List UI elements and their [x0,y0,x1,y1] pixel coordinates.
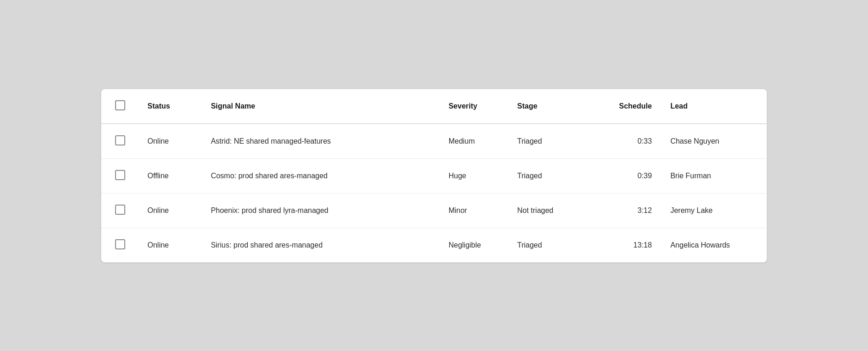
row-signal-name: Sirius: prod shared ares-managed [202,228,439,262]
header-checkbox-cell[interactable] [101,89,138,124]
row-status: Online [138,193,202,228]
row-status: Online [138,124,202,159]
row-status: Offline [138,158,202,193]
row-schedule: 13:18 [587,228,661,262]
row-signal-name: Phoenix: prod shared lyra-managed [202,193,439,228]
row-checkbox-3[interactable] [115,205,125,215]
row-severity: Huge [439,158,508,193]
row-checkbox-4[interactable] [115,239,125,249]
table-row: Online Phoenix: prod shared lyra-managed… [101,193,767,228]
header-severity: Severity [439,89,508,124]
table-row: Online Sirius: prod shared ares-managed … [101,228,767,262]
row-severity: Medium [439,124,508,159]
row-checkbox-cell[interactable] [101,158,138,193]
signals-table: Status Signal Name Severity Stage Schedu… [101,89,767,262]
row-checkbox-cell[interactable] [101,228,138,262]
row-status: Online [138,228,202,262]
row-lead: Angelica Howards [661,228,767,262]
row-stage: Triaged [508,228,587,262]
row-schedule: 0:33 [587,124,661,159]
row-lead: Brie Furman [661,158,767,193]
row-severity: Minor [439,193,508,228]
row-lead: Chase Nguyen [661,124,767,159]
row-checkbox-cell[interactable] [101,124,138,159]
row-schedule: 3:12 [587,193,661,228]
row-signal-name: Cosmo: prod shared ares-managed [202,158,439,193]
row-severity: Negligible [439,228,508,262]
row-stage: Not triaged [508,193,587,228]
row-stage: Triaged [508,124,587,159]
row-checkbox-1[interactable] [115,135,125,145]
header-stage: Stage [508,89,587,124]
row-checkbox-cell[interactable] [101,193,138,228]
header-lead: Lead [661,89,767,124]
row-signal-name: Astrid: NE shared managed-features [202,124,439,159]
table-header-row: Status Signal Name Severity Stage Schedu… [101,89,767,124]
main-table-container: Status Signal Name Severity Stage Schedu… [101,89,767,262]
row-stage: Triaged [508,158,587,193]
row-lead: Jeremy Lake [661,193,767,228]
header-status: Status [138,89,202,124]
header-schedule: Schedule [587,89,661,124]
select-all-checkbox[interactable] [115,100,125,110]
row-checkbox-2[interactable] [115,170,125,180]
row-schedule: 0:39 [587,158,661,193]
table-row: Online Astrid: NE shared managed-feature… [101,124,767,159]
header-signal-name: Signal Name [202,89,439,124]
table-row: Offline Cosmo: prod shared ares-managed … [101,158,767,193]
